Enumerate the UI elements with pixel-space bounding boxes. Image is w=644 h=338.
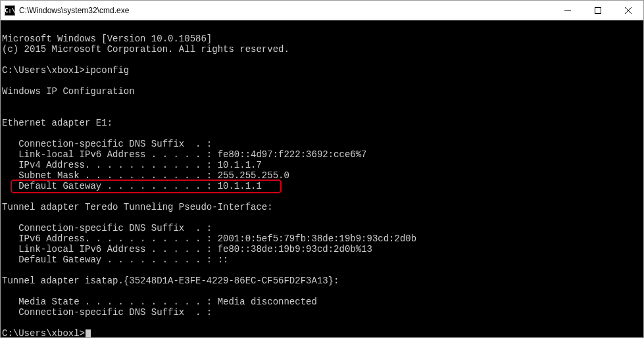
terminal-output[interactable]: Microsoft Windows [Version 10.0.10586] (… <box>1 20 643 337</box>
output-line: IPv4 Address. . . . . . . . . . . : 10.1… <box>2 160 262 170</box>
output-line: Media State . . . . . . . . . . . : Medi… <box>2 297 317 307</box>
output-line: Link-local IPv6 Address . . . . . : fe80… <box>2 149 367 160</box>
output-line: Connection-specific DNS Suffix . : <box>2 307 212 318</box>
minimize-button[interactable] <box>553 1 583 20</box>
window-title: C:\Windows\system32\cmd.exe <box>19 6 553 15</box>
adapter-header: Tunnel adapter isatap.{35248D1A-E3FE-422… <box>2 276 339 286</box>
output-line: IPv6 Address. . . . . . . . . . . : 2001… <box>2 233 416 244</box>
cmd-window: C:\ C:\Windows\system32\cmd.exe Microsof… <box>0 0 644 338</box>
output-line: Connection-specific DNS Suffix . : <box>2 223 212 233</box>
maximize-icon <box>595 7 601 14</box>
prompt-line: C:\Users\xboxl>ipconfig <box>2 65 129 76</box>
output-line: Connection-specific DNS Suffix . : <box>2 139 212 149</box>
output-line: (c) 2015 Microsoft Corporation. All righ… <box>2 44 289 55</box>
output-line: Microsoft Windows [Version 10.0.10586] <box>2 34 212 44</box>
maximize-button[interactable] <box>583 1 613 20</box>
output-line: Link-local IPv6 Address . . . . . : fe80… <box>2 244 372 254</box>
cursor <box>86 329 91 337</box>
output-line: Default Gateway . . . . . . . . . : :: <box>2 254 228 265</box>
prompt-line: C:\Users\xboxl> <box>2 328 91 337</box>
adapter-header: Ethernet adapter E1: <box>2 118 112 128</box>
close-icon <box>625 7 632 14</box>
output-line: Windows IP Configuration <box>2 86 135 97</box>
close-button[interactable] <box>613 1 643 20</box>
default-gateway-line: Default Gateway . . . . . . . . . : 10.1… <box>2 181 262 191</box>
titlebar[interactable]: C:\ C:\Windows\system32\cmd.exe <box>1 1 643 20</box>
output-line: Subnet Mask . . . . . . . . . . . : 255.… <box>2 170 289 181</box>
window-controls <box>553 1 643 20</box>
adapter-header: Tunnel adapter Teredo Tunneling Pseudo-I… <box>2 202 273 212</box>
svg-rect-1 <box>595 7 601 13</box>
minimize-icon <box>564 7 571 14</box>
cmd-icon: C:\ <box>5 5 15 16</box>
